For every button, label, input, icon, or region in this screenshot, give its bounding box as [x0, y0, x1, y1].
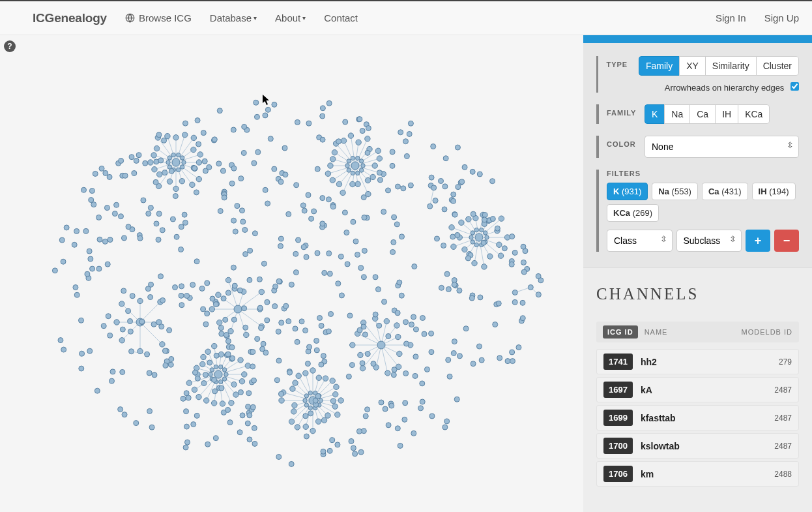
class-select[interactable]: Class [607, 230, 673, 252]
channels-header-icgid[interactable]: ICG ID [603, 325, 638, 339]
svg-point-196 [375, 148, 381, 153]
filter-pill-ca[interactable]: Ca (431) [702, 183, 748, 200]
svg-point-214 [472, 260, 477, 265]
svg-point-752 [394, 222, 399, 227]
svg-point-270 [303, 370, 308, 376]
family-na-button[interactable]: Na [664, 104, 690, 124]
svg-point-646 [420, 399, 425, 404]
color-select[interactable]: None [645, 136, 799, 158]
filter-pill-k[interactable]: K (931) [607, 183, 648, 200]
svg-point-370 [293, 270, 298, 275]
svg-point-157 [154, 145, 159, 151]
svg-point-287 [214, 370, 222, 378]
channel-row[interactable]: 1741hh2279 [596, 349, 799, 374]
family-kca-button[interactable]: KCa [738, 104, 770, 124]
svg-point-709 [272, 102, 277, 107]
network-graph[interactable] [0, 35, 583, 512]
nav-browse[interactable]: Browse ICG [125, 12, 192, 23]
channels-title: CHANNELS [596, 285, 799, 303]
svg-point-571 [205, 311, 210, 316]
family-ca-button[interactable]: Ca [689, 104, 716, 124]
svg-point-771 [502, 246, 507, 251]
svg-point-245 [350, 342, 355, 348]
svg-point-474 [257, 277, 262, 282]
svg-point-699 [268, 136, 273, 142]
svg-point-746 [147, 408, 152, 414]
nav-about[interactable]: About ▾ [275, 12, 306, 23]
arrowheads-checkbox[interactable] [790, 82, 799, 91]
nav-database[interactable]: Database ▾ [210, 12, 257, 23]
svg-point-451 [395, 426, 400, 431]
type-family-button[interactable]: Family [639, 56, 680, 76]
svg-point-806 [272, 166, 277, 172]
nav-contact[interactable]: Contact [324, 12, 358, 23]
svg-point-288 [242, 372, 247, 377]
svg-point-785 [362, 215, 367, 220]
svg-point-244 [358, 352, 363, 357]
svg-point-369 [235, 203, 240, 209]
svg-point-692 [520, 316, 525, 321]
type-similarity-button[interactable]: Similarity [705, 56, 757, 76]
svg-point-496 [412, 264, 417, 269]
svg-point-310 [224, 372, 228, 376]
svg-point-536 [252, 160, 257, 166]
family-k-button[interactable]: K [645, 104, 665, 124]
svg-point-197 [377, 156, 382, 161]
nav-signup[interactable]: Sign Up [764, 12, 799, 23]
svg-point-271 [310, 368, 315, 373]
type-xy-button[interactable]: XY [679, 56, 706, 76]
svg-point-750 [383, 406, 388, 412]
svg-point-835 [108, 333, 113, 338]
svg-point-775 [446, 357, 451, 363]
svg-point-528 [505, 359, 510, 364]
type-cluster-button[interactable]: Cluster [756, 56, 799, 76]
family-label: FAMILY [607, 104, 645, 117]
svg-point-799 [225, 339, 231, 344]
channel-row[interactable]: 1699kfasttab2487 [596, 405, 799, 430]
svg-point-715 [233, 229, 238, 234]
svg-point-454 [121, 288, 126, 294]
svg-point-695 [403, 370, 409, 376]
svg-point-768 [286, 211, 291, 217]
svg-point-438 [452, 282, 457, 288]
filter-pill-ih[interactable]: IH (194) [752, 183, 796, 200]
svg-point-501 [360, 361, 365, 366]
svg-point-417 [225, 352, 231, 357]
add-filter-button[interactable]: + [746, 230, 770, 252]
svg-point-600 [326, 329, 331, 334]
svg-point-432 [420, 315, 425, 320]
subclass-select[interactable]: Subclass [676, 230, 742, 252]
family-ih-button[interactable]: IH [715, 104, 738, 124]
channel-row[interactable]: 1697kA2487 [596, 377, 799, 402]
svg-point-217 [451, 244, 456, 249]
svg-point-508 [361, 324, 366, 329]
channel-id: 1706 [603, 466, 633, 482]
svg-point-562 [217, 108, 222, 113]
svg-point-545 [93, 171, 98, 176]
graph-canvas[interactable]: ? [0, 35, 583, 512]
svg-point-685 [52, 268, 57, 273]
svg-point-779 [295, 119, 300, 125]
svg-point-759 [351, 445, 356, 451]
svg-point-392 [362, 332, 368, 337]
svg-point-443 [201, 380, 207, 385]
svg-point-791 [365, 150, 370, 155]
nav-signin[interactable]: Sign In [716, 12, 746, 23]
svg-point-397 [263, 187, 268, 192]
channel-row[interactable]: 1700kslowtab2487 [596, 433, 799, 459]
filter-pill-na[interactable]: Na (553) [652, 183, 698, 200]
remove-filter-button[interactable]: − [774, 230, 799, 252]
svg-point-173 [177, 153, 181, 157]
svg-point-259 [310, 428, 315, 433]
svg-point-725 [390, 249, 396, 254]
channel-row[interactable]: 1706km2488 [596, 461, 799, 487]
svg-point-603 [99, 166, 104, 171]
caret-down-icon: ▾ [302, 14, 306, 22]
svg-point-569 [477, 172, 482, 177]
brand-logo[interactable]: ICGenealogy [33, 11, 107, 25]
svg-point-645 [411, 314, 416, 320]
svg-point-319 [223, 368, 227, 372]
filter-pill-kca[interactable]: KCa (269) [607, 204, 659, 222]
svg-point-481 [447, 374, 452, 379]
svg-point-591 [88, 256, 93, 262]
